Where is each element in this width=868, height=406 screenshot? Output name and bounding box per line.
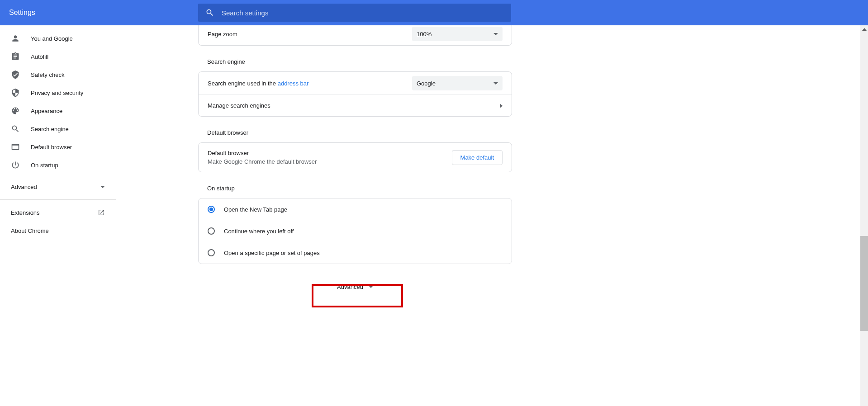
default-browser-row: Default browser Make Google Chrome the d… (199, 143, 512, 172)
search-engine-row: Search engine used in the address bar Go… (199, 72, 512, 94)
search-settings-box[interactable] (198, 4, 511, 22)
startup-option-label: Continue where you left off (224, 228, 294, 235)
default-browser-card: Default browser Make Google Chrome the d… (198, 142, 512, 172)
sidebar-item-label: You and Google (31, 35, 73, 42)
sidebar-divider (0, 199, 116, 200)
sidebar-item-label: Autofill (31, 53, 48, 60)
sidebar-item-label: Safety check (31, 71, 64, 78)
sidebar-about[interactable]: About Chrome (0, 222, 116, 240)
sidebar-advanced-toggle[interactable]: Advanced (0, 178, 116, 196)
main-content: Page zoom 100% Search engine Search engi… (116, 25, 868, 406)
search-engine-label: Search engine used in the address bar (208, 80, 308, 87)
header-title: Settings (9, 9, 35, 17)
app-header: Settings (0, 0, 868, 25)
chevron-down-icon (493, 33, 498, 35)
sidebar: You and Google Autofill Safety check Pri… (0, 25, 116, 406)
search-engine-title: Search engine (198, 58, 512, 65)
scroll-up-arrow[interactable] (860, 25, 868, 33)
sidebar-item-label: Search engine (31, 126, 69, 132)
open-external-icon (98, 209, 105, 216)
advanced-toggle-button[interactable]: Advanced (314, 278, 396, 296)
startup-option-specific[interactable]: Open a specific page or set of pages (199, 242, 512, 264)
shield-check-icon (11, 70, 20, 79)
sidebar-item-label: On startup (31, 162, 58, 169)
sidebar-item-you-and-google[interactable]: You and Google (0, 29, 116, 47)
sidebar-item-appearance[interactable]: Appearance (0, 102, 116, 120)
sidebar-item-safety-check[interactable]: Safety check (0, 66, 116, 84)
sidebar-item-privacy[interactable]: Privacy and security (0, 84, 116, 102)
scrollbar-track[interactable] (860, 25, 868, 406)
address-bar-link[interactable]: address bar (278, 80, 309, 87)
sidebar-extensions-label: Extensions (11, 209, 40, 216)
startup-option-newtab[interactable]: Open the New Tab page (199, 198, 512, 220)
sidebar-item-search-engine[interactable]: Search engine (0, 120, 116, 138)
on-startup-card: Open the New Tab page Continue where you… (198, 198, 512, 264)
chevron-down-icon (100, 186, 105, 188)
page-zoom-card: Page zoom 100% (198, 25, 512, 46)
sidebar-item-default-browser[interactable]: Default browser (0, 138, 116, 156)
radio-icon (208, 249, 215, 256)
sidebar-extensions[interactable]: Extensions (0, 203, 116, 222)
page-zoom-row: Page zoom 100% (199, 25, 512, 45)
advanced-toggle-label: Advanced (337, 283, 363, 290)
sidebar-item-label: Default browser (31, 144, 72, 151)
sidebar-item-label: Privacy and security (31, 90, 83, 96)
search-engine-card: Search engine used in the address bar Go… (198, 71, 512, 117)
scrollbar-thumb[interactable] (860, 236, 868, 331)
power-icon (11, 161, 20, 170)
startup-option-label: Open the New Tab page (224, 206, 287, 213)
sidebar-item-autofill[interactable]: Autofill (0, 47, 116, 66)
make-default-button[interactable]: Make default (452, 150, 503, 165)
sidebar-about-label: About Chrome (11, 227, 49, 234)
browser-icon (11, 142, 20, 151)
clipboard-icon (11, 52, 20, 61)
page-zoom-label: Page zoom (208, 31, 237, 38)
chevron-right-icon (500, 104, 503, 108)
search-icon (11, 124, 20, 133)
radio-icon (208, 206, 215, 213)
search-engine-select[interactable]: Google (412, 76, 503, 90)
sidebar-advanced-label: Advanced (11, 184, 37, 190)
default-browser-label: Default browser (208, 150, 317, 156)
page-zoom-value: 100% (417, 31, 432, 38)
shield-icon (11, 88, 20, 97)
sidebar-item-label: Appearance (31, 108, 62, 114)
startup-option-label: Open a specific page or set of pages (224, 250, 320, 256)
search-icon (205, 8, 214, 17)
search-input[interactable] (222, 9, 504, 17)
page-zoom-select[interactable]: 100% (412, 27, 503, 41)
search-engine-value: Google (417, 80, 436, 87)
default-browser-title: Default browser (198, 129, 512, 136)
chevron-down-icon (369, 286, 373, 288)
default-browser-sub: Make Google Chrome the default browser (208, 158, 317, 165)
chevron-down-icon (493, 82, 498, 85)
startup-option-continue[interactable]: Continue where you left off (199, 220, 512, 242)
person-icon (11, 34, 20, 43)
manage-search-engines-row[interactable]: Manage search engines (199, 94, 512, 116)
sidebar-item-on-startup[interactable]: On startup (0, 156, 116, 174)
palette-icon (11, 106, 20, 115)
radio-icon (208, 227, 215, 235)
on-startup-title: On startup (198, 185, 512, 192)
manage-search-engines-label: Manage search engines (208, 102, 270, 109)
